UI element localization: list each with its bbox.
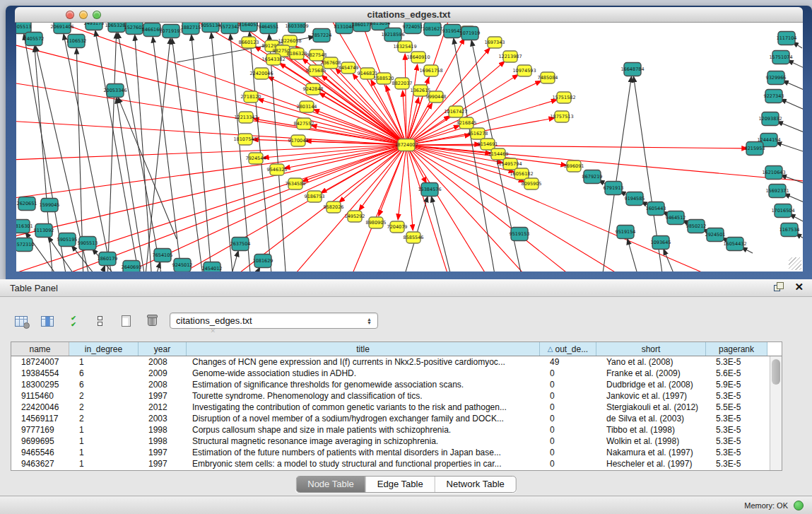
column-header-year[interactable]: year: [139, 342, 187, 356]
network-node[interactable]: 18724007: [394, 139, 418, 151]
network-node[interactable]: 2640693: [122, 261, 142, 272]
network-node[interactable]: 9170044: [288, 135, 309, 146]
table-row[interactable]: 946554611997Estimation of the future num…: [11, 447, 770, 458]
network-node[interactable]: 9546325: [267, 164, 288, 175]
network-node[interactable]: 18640910: [406, 52, 430, 63]
network-node[interactable]: 17016504: [771, 204, 794, 218]
column-header-name[interactable]: name: [11, 342, 69, 356]
network-node[interactable]: 1093645: [651, 236, 671, 250]
network-node[interactable]: 12093832: [758, 112, 782, 126]
column-header-out-degree[interactable]: △out_de...: [540, 342, 596, 356]
network-node[interactable]: 8215953: [745, 142, 765, 156]
table-row[interactable]: 1872400712008Changes of HCN gene express…: [11, 356, 770, 368]
memory-status-icon[interactable]: [794, 501, 804, 510]
network-node[interactable]: 18107545: [233, 134, 257, 145]
network-node[interactable]: 8113092: [34, 224, 54, 238]
row-height-icon[interactable]: [91, 313, 108, 329]
network-node[interactable]: 9186753: [305, 191, 325, 202]
scrollbar-thumb[interactable]: [772, 359, 780, 385]
table-row[interactable]: 1830029562008Estimation of significance …: [11, 379, 770, 390]
float-panel-icon[interactable]: [774, 282, 784, 292]
network-node[interactable]: 2718120: [241, 91, 261, 103]
network-node[interactable]: 15384576: [418, 183, 441, 197]
network-node[interactable]: 9227343: [764, 90, 784, 103]
tab-node-table[interactable]: Node Table: [296, 477, 365, 492]
table-selector-dropdown[interactable]: citations_edges.txt ▲▼: [170, 313, 378, 329]
network-node[interactable]: 9519153: [510, 228, 530, 241]
network-node[interactable]: 2454012: [202, 262, 223, 272]
network-node[interactable]: 9242848: [303, 83, 324, 95]
network-node[interactable]: 2620651: [17, 197, 37, 211]
network-node[interactable]: 5572342: [220, 23, 240, 34]
network-node[interactable]: 8582026: [324, 201, 344, 213]
new-table-icon[interactable]: [117, 313, 134, 329]
network-node[interactable]: 16648784: [620, 63, 644, 76]
network-node[interactable]: 1106532: [66, 35, 87, 48]
network-node[interactable]: 1697343: [485, 37, 505, 48]
column-header-title[interactable]: title: [187, 342, 540, 356]
network-node[interactable]: 9464551: [259, 23, 279, 34]
network-node[interactable]: 1605443: [646, 202, 666, 216]
network-node[interactable]: 2924501: [705, 228, 726, 242]
select-columns-icon[interactable]: ✔✔: [65, 313, 82, 329]
network-node[interactable]: 7654105: [153, 249, 173, 262]
network-node[interactable]: 19218596: [381, 28, 404, 42]
network-node[interactable]: 7204079: [387, 221, 408, 233]
network-node[interactable]: 5905513: [78, 237, 98, 250]
network-node[interactable]: 10167427: [444, 106, 467, 117]
table-row[interactable]: 946362711997Embryonic stem cells: a mode…: [11, 458, 770, 469]
network-node[interactable]: 2493175: [84, 23, 105, 30]
network-node[interactable]: 3216845: [457, 117, 477, 129]
network-node[interactable]: 7634589: [286, 178, 306, 189]
network-node[interactable]: 9464512: [666, 211, 686, 225]
network-node[interactable]: 1696091: [564, 160, 584, 172]
network-node[interactable]: 8164051: [239, 23, 259, 32]
network-node[interactable]: 16054432: [723, 238, 746, 251]
column-header-in-degree[interactable]: in_degree: [69, 342, 139, 356]
table-row[interactable]: 1456911722003Disruption of a novel membe…: [11, 413, 770, 424]
network-node[interactable]: 9194585: [625, 192, 645, 206]
network-node[interactable]: 16816301: [16, 220, 33, 233]
network-node[interactable]: 9850212: [686, 220, 707, 233]
network-node[interactable]: 1081627: [423, 23, 443, 36]
network-node[interactable]: 15692371: [765, 185, 789, 198]
network-node[interactable]: 7485084: [538, 72, 558, 83]
column-header-pagerank[interactable]: pagerank: [706, 342, 767, 356]
network-node[interactable]: 9245012: [172, 259, 193, 272]
network-node[interactable]: 1117104: [777, 32, 797, 45]
network-node[interactable]: 9990448: [426, 91, 447, 103]
table-row[interactable]: 2242004622012Investigating the contribut…: [11, 402, 770, 413]
table-scrollbar[interactable]: [770, 356, 782, 470]
network-node[interactable]: 1167534: [779, 223, 800, 237]
network-node[interactable]: 15751582: [552, 92, 575, 103]
network-node[interactable]: 9175685: [306, 65, 326, 76]
window-titlebar[interactable]: citations_edges.txt: [15, 7, 803, 23]
network-node[interactable]: 9055134: [201, 23, 221, 33]
network-node[interactable]: 8822037: [392, 78, 413, 89]
network-node[interactable]: 1081629: [253, 255, 273, 268]
network-node[interactable]: 20691406: [50, 23, 73, 34]
network-node[interactable]: 8660123: [239, 37, 259, 48]
network-node[interactable]: 9519154: [616, 226, 636, 239]
network-node[interactable]: 1588520: [374, 73, 394, 84]
network-node[interactable]: 8186328: [287, 48, 307, 59]
network-node[interactable]: 16961758: [419, 65, 442, 76]
network-node[interactable]: 10974593: [512, 65, 536, 76]
network-node[interactable]: 15751074: [769, 51, 792, 64]
column-header-short[interactable]: short: [596, 342, 706, 356]
delete-icon[interactable]: [143, 313, 160, 329]
network-node[interactable]: 1495292: [345, 211, 365, 222]
network-node[interactable]: 18325419: [393, 41, 416, 52]
network-node[interactable]: 8585546: [404, 232, 424, 243]
network-node[interactable]: 1071919: [460, 27, 481, 40]
table-row[interactable]: 969969511998Structural magnetic resonanc…: [11, 436, 770, 447]
network-node[interactable]: 2405572: [24, 33, 45, 46]
network-node[interactable]: 7637504: [230, 238, 251, 251]
table-row[interactable]: 977716911998Corpus callosum shape and si…: [11, 424, 770, 436]
network-canvas[interactable]: 1872400786601238912954182260589827508165…: [16, 23, 803, 271]
network-node[interactable]: 2803144: [297, 101, 317, 112]
network-node[interactable]: 7857224: [312, 29, 332, 42]
tab-edge-table[interactable]: Edge Table: [365, 477, 435, 492]
table-settings-icon[interactable]: [13, 313, 30, 329]
network-node[interactable]: 10719193: [159, 25, 182, 38]
